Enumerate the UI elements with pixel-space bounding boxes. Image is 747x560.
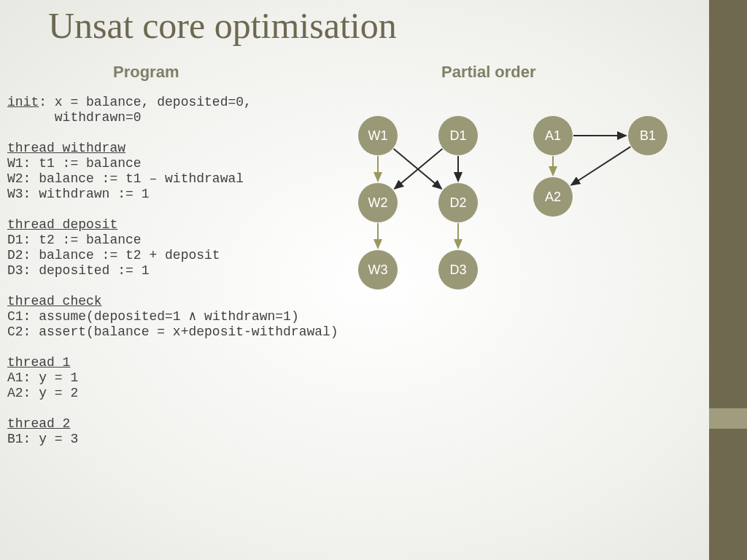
sidebar-accent <box>709 408 747 429</box>
graph-node-w1: W1 <box>357 115 398 156</box>
graph-edge <box>571 147 630 185</box>
graph-node-w3: W3 <box>357 249 398 290</box>
graph-node-d3: D3 <box>438 249 479 290</box>
graph-node-w2: W2 <box>357 182 398 223</box>
graph-node-d2: D2 <box>438 182 479 223</box>
thread-withdraw-label: thread_withdraw <box>7 141 125 155</box>
init-label: init <box>7 95 39 109</box>
graph-node-a1: A1 <box>533 115 573 156</box>
graph-node-a2: A2 <box>533 176 573 217</box>
partial-order-graph: W1D1A1B1W2D2A2W3D3 <box>336 102 700 321</box>
graph-node-d1: D1 <box>438 115 479 156</box>
thread-2-label: thread_2 <box>7 416 70 431</box>
init-body: : x = balance, deposited=0, withdrawn=0 <box>7 95 252 125</box>
sidebar-band <box>709 0 747 560</box>
thread-deposit-body: D1: t2 := balance D2: balance := t2 + de… <box>7 233 220 278</box>
thread-1-body: A1: y = 1 A2: y = 2 <box>7 370 78 400</box>
slide-title: Unsat core optimisation <box>48 4 397 47</box>
thread-check-body: C1: assume(deposited=1 ∧ withdrawn=1) C2… <box>7 309 338 339</box>
program-code: init: x = balance, deposited=0, withdraw… <box>7 95 338 447</box>
thread-1-label: thread_1 <box>7 355 70 370</box>
partial-order-heading: Partial order <box>441 63 536 82</box>
graph-node-b1: B1 <box>627 115 668 156</box>
thread-withdraw-body: W1: t1 := balance W2: balance := t1 – wi… <box>7 156 244 201</box>
thread-check-label: thread_check <box>7 294 102 308</box>
thread-2-body: B1: y = 3 <box>7 432 78 446</box>
program-heading: Program <box>113 63 179 82</box>
thread-deposit-label: thread_deposit <box>7 217 117 232</box>
